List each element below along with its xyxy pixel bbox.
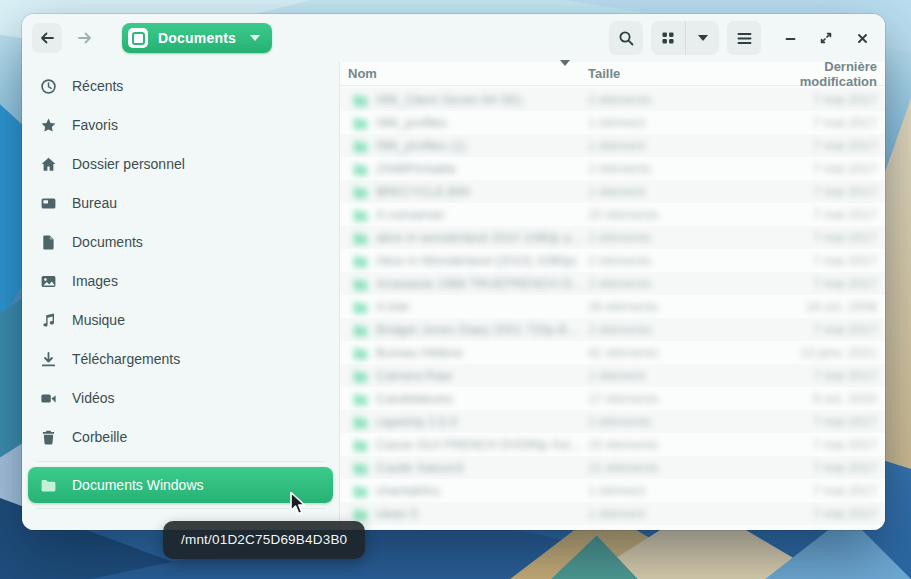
sidebar: RécentsFavorisDossier personnelBureauDoc…: [22, 62, 340, 530]
file-size: 1 élément: [588, 506, 778, 521]
folder-icon: [352, 92, 367, 107]
row-content-blurred: capeinty 2.5.02 éléments7 mai 2017: [348, 414, 877, 429]
folder-icon: [352, 138, 367, 153]
current-location-button[interactable]: Documents: [122, 23, 272, 53]
row-content-blurred: 066_profiles (1)1 élément7 mai 2017: [348, 138, 877, 153]
sidebar-item-label: Favoris: [72, 117, 118, 133]
folder-icon: [352, 391, 367, 406]
trash-icon: [40, 429, 57, 446]
file-size: 21 éléments: [588, 460, 778, 475]
main-menu-button[interactable]: [727, 21, 761, 55]
file-name: Bureau Hélène: [376, 345, 588, 360]
file-size: 1 élément: [588, 184, 778, 199]
file-name: A conserver: [376, 207, 588, 222]
column-header-modified[interactable]: Dernière modification: [778, 59, 877, 89]
file-modified: 7 mai 2017: [778, 460, 877, 475]
table-row[interactable]: $RECYCLE.BIN1 élément7 mai 2017: [340, 180, 885, 203]
folder-icon: [352, 345, 367, 360]
sidebar-item-documents[interactable]: Documents: [28, 223, 333, 261]
table-row[interactable]: cuisine3 éléments7 mai 2017: [340, 525, 885, 530]
table-row[interactable]: Anastasia 1988 TRUEFRENCH DV…2 éléments7…: [340, 272, 885, 295]
table-row[interactable]: Castle Saison321 éléments7 mai 2017: [340, 456, 885, 479]
sidebar-item-label: Vidéos: [72, 390, 115, 406]
arrow-right-icon: [77, 30, 93, 46]
view-options-split-button: [651, 21, 719, 55]
table-row[interactable]: A conserver20 éléments7 mai 2017: [340, 203, 885, 226]
view-options-dropdown-button[interactable]: [685, 21, 719, 55]
grid-view-button[interactable]: [651, 21, 685, 55]
table-row[interactable]: Candidatures17 éléments9 oct. 2020: [340, 387, 885, 410]
maximize-button[interactable]: [813, 25, 839, 51]
table-row[interactable]: Bridget Jones Diary 2001 720p BR…2 éléme…: [340, 318, 885, 341]
table-row[interactable]: clean 51 élément7 mai 2017: [340, 502, 885, 525]
home-icon: [40, 156, 57, 173]
window-content: RécentsFavorisDossier personnelBureauDoc…: [22, 62, 885, 530]
search-button[interactable]: [609, 21, 643, 55]
forward-button[interactable]: [70, 23, 100, 53]
file-name: 066_profiles: [376, 115, 588, 130]
row-content-blurred: A trier26 éléments18 oct. 2008: [348, 299, 877, 314]
table-row[interactable]: chantakhru1 élément7 mai 2017: [340, 479, 885, 502]
file-name: A trier: [376, 299, 588, 314]
sidebar-item-label: Documents Windows: [72, 477, 204, 493]
table-row[interactable]: Alice in Wonderland (2010) 1080p)2 éléme…: [340, 249, 885, 272]
sidebar-item-label: Images: [72, 273, 118, 289]
file-size: 2 éléments: [588, 414, 778, 429]
column-header-size[interactable]: Taille: [588, 66, 778, 81]
row-content-blurred: 2048Printable2 éléments7 mai 2017: [348, 161, 877, 176]
video-icon: [40, 390, 57, 407]
sidebar-item-documents-windows[interactable]: Documents Windows: [28, 467, 333, 503]
file-name: clean 5: [376, 506, 588, 521]
row-content-blurred: Bridget Jones Diary 2001 720p BR…2 éléme…: [348, 322, 877, 337]
folder-icon: [352, 207, 367, 222]
table-row[interactable]: 066_profiles (1)1 élément7 mai 2017: [340, 134, 885, 157]
sidebar-item-recents[interactable]: Récents: [28, 67, 333, 105]
column-header-name[interactable]: Nom: [348, 66, 588, 81]
row-content-blurred: cuisine3 éléments7 mai 2017: [348, 529, 877, 530]
row-content-blurred: Castle Saison321 éléments7 mai 2017: [348, 460, 877, 475]
table-row[interactable]: Camera Raw1 élément7 mai 2017: [340, 364, 885, 387]
sidebar-item-images[interactable]: Images: [28, 262, 333, 300]
table-row[interactable]: 066_Client Seven 64 SE)2 éléments7 mai 2…: [340, 88, 885, 111]
sidebar-item-videos[interactable]: Vidéos: [28, 379, 333, 417]
close-button[interactable]: [849, 25, 875, 51]
file-modified: 7 mai 2017: [778, 322, 877, 337]
folder-badge-icon: [128, 28, 148, 48]
file-name: 2048Printable: [376, 161, 588, 176]
file-rows: 066_Client Seven 64 SE)2 éléments7 mai 2…: [340, 86, 885, 530]
table-row[interactable]: alice in wonderland 2010 1080p a…2 éléme…: [340, 226, 885, 249]
file-size: 2 éléments: [588, 161, 778, 176]
table-row[interactable]: A trier26 éléments18 oct. 2008: [340, 295, 885, 318]
sidebar-item-corbeille[interactable]: Corbeille: [28, 418, 333, 456]
back-button[interactable]: [32, 23, 62, 53]
folder-icon: [352, 276, 367, 291]
folder-icon: [352, 299, 367, 314]
file-modified: 9 oct. 2020: [778, 391, 877, 406]
headerbar: Documents: [22, 14, 885, 62]
folder-icon: [352, 230, 367, 245]
chevron-down-icon: [250, 35, 260, 41]
sidebar-item-bureau[interactable]: Bureau: [28, 184, 333, 222]
row-content-blurred: 066_Client Seven 64 SE)2 éléments7 mai 2…: [348, 92, 877, 107]
file-size: 26 éléments: [588, 299, 778, 314]
sidebar-separator: [36, 461, 325, 462]
table-row[interactable]: 2048Printable2 éléments7 mai 2017: [340, 157, 885, 180]
file-manager-window: Documents: [22, 14, 885, 530]
table-row[interactable]: capeinty 2.5.02 éléments7 mai 2017: [340, 410, 885, 433]
file-name: alice in wonderland 2010 1080p a…: [376, 230, 588, 245]
sidebar-item-telechargements[interactable]: Téléchargements: [28, 340, 333, 378]
table-row[interactable]: 066_profiles1 élément7 mai 2017: [340, 111, 885, 134]
table-row[interactable]: Casse GUI FRENCH DVDRip XviD…15 éléments…: [340, 433, 885, 456]
file-size: 15 éléments: [588, 437, 778, 452]
file-size: 41 éléments: [588, 345, 778, 360]
table-row[interactable]: Bureau Hélène41 éléments13 janv. 2021: [340, 341, 885, 364]
minimize-button[interactable]: [777, 25, 803, 51]
folder-icon: [352, 184, 367, 199]
sidebar-item-musique[interactable]: Musique: [28, 301, 333, 339]
current-location-label: Documents: [158, 30, 236, 46]
sidebar-item-favoris[interactable]: Favoris: [28, 106, 333, 144]
sidebar-item-dossier-personnel[interactable]: Dossier personnel: [28, 145, 333, 183]
folder-icon: [352, 368, 367, 383]
folder-icon: [352, 414, 367, 429]
mount-path-text: /mnt/01D2C75D69B4D3B0: [181, 532, 347, 547]
